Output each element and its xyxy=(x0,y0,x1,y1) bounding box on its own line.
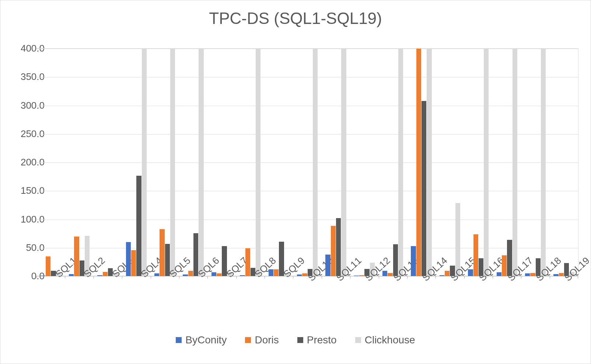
legend-item-presto: Presto xyxy=(297,334,337,346)
bar-group: SQL17 xyxy=(493,49,521,276)
bar-clickhouse xyxy=(398,49,403,276)
bar-clickhouse xyxy=(513,49,517,276)
x-axis-line xyxy=(36,276,578,276)
x-tick xyxy=(578,276,578,279)
bars xyxy=(183,49,204,276)
bar-group: SQL4 xyxy=(122,49,150,276)
bar-clickhouse xyxy=(256,49,260,276)
legend-swatch xyxy=(355,337,361,343)
bar-doris xyxy=(74,237,79,276)
bar-group: SQL14 xyxy=(407,49,436,276)
bar-doris xyxy=(416,49,421,276)
bar-doris xyxy=(331,226,336,277)
bar-clickhouse xyxy=(484,49,489,276)
bar-group: SQL10 xyxy=(293,49,321,276)
legend: ByConityDorisPrestoClickhouse xyxy=(0,334,591,346)
bar-group: SQL6 xyxy=(179,49,207,276)
bar-group: SQL5 xyxy=(151,49,179,276)
bar-byconity xyxy=(468,269,473,276)
x-tick xyxy=(179,276,179,279)
bar-group: SQL12 xyxy=(350,49,378,276)
bar-doris xyxy=(131,250,136,276)
x-tick xyxy=(322,276,322,279)
x-tick xyxy=(65,276,65,279)
x-tick xyxy=(436,276,436,279)
x-tick xyxy=(122,276,122,279)
bar-clickhouse xyxy=(142,49,147,276)
bars xyxy=(268,49,289,276)
bars xyxy=(97,49,118,276)
bar-byconity xyxy=(269,269,273,276)
bar-byconity xyxy=(325,255,330,276)
bar-presto xyxy=(136,176,141,276)
bars xyxy=(468,49,489,276)
bar-group: SQL18 xyxy=(521,49,549,276)
bar-group: SQL13 xyxy=(379,49,407,276)
bar-clickhouse xyxy=(170,49,175,276)
x-tick xyxy=(293,276,293,279)
bar-clickhouse xyxy=(199,49,203,276)
x-tick xyxy=(379,276,379,279)
bar-group: SQL11 xyxy=(322,49,350,276)
x-tick xyxy=(407,276,408,279)
bars xyxy=(40,49,61,276)
x-tick xyxy=(493,276,493,279)
bar-byconity xyxy=(411,246,416,276)
bar-clickhouse xyxy=(541,49,546,276)
legend-label: Doris xyxy=(255,334,279,346)
legend-item-clickhouse: Clickhouse xyxy=(355,334,415,346)
legend-swatch xyxy=(297,337,303,343)
bar-groups: SQL1SQL2SQL3SQL4SQL5SQL6SQL7SQL8SQL9SQL1… xyxy=(36,49,578,276)
x-tick xyxy=(265,276,265,279)
bar-doris xyxy=(46,256,50,276)
legend-swatch xyxy=(245,337,251,343)
legend-label: Presto xyxy=(307,334,337,346)
x-tick xyxy=(94,276,94,279)
bars xyxy=(382,49,403,276)
bar-group: SQL2 xyxy=(65,49,93,276)
bar-group: SQL19 xyxy=(550,49,578,276)
bar-group: SQL7 xyxy=(207,49,236,276)
bars xyxy=(354,49,375,276)
legend-label: Clickhouse xyxy=(365,334,415,346)
x-tick xyxy=(464,276,465,279)
bars xyxy=(411,49,432,276)
chart-container: TPC-DS (SQL1-SQL19) 0.050.0100.0150.0200… xyxy=(0,0,591,364)
bars xyxy=(154,49,175,276)
bar-group: SQL16 xyxy=(464,49,493,276)
x-tick xyxy=(36,276,37,279)
bar-clickhouse xyxy=(341,49,346,276)
chart-title: TPC-DS (SQL1-SQL19) xyxy=(0,9,591,28)
x-tick xyxy=(350,276,350,279)
legend-item-doris: Doris xyxy=(245,334,279,346)
bars xyxy=(211,49,232,276)
bar-clickhouse xyxy=(427,49,431,276)
bars xyxy=(126,49,147,276)
bar-doris xyxy=(502,255,507,276)
bars xyxy=(439,49,460,276)
bar-group: SQL15 xyxy=(436,49,464,276)
bar-byconity xyxy=(126,242,131,276)
x-tick xyxy=(207,276,208,279)
x-tick xyxy=(236,276,237,279)
bars xyxy=(240,49,261,276)
bar-presto xyxy=(336,218,341,276)
x-tick xyxy=(550,276,550,279)
bar-doris xyxy=(160,229,164,276)
bar-doris xyxy=(245,248,250,276)
bars xyxy=(325,49,346,276)
bar-byconity xyxy=(382,271,387,276)
plot-area: SQL1SQL2SQL3SQL4SQL5SQL6SQL7SQL8SQL9SQL1… xyxy=(36,48,578,276)
bar-group: SQL8 xyxy=(236,49,265,276)
bars xyxy=(297,49,318,276)
bar-group: SQL3 xyxy=(94,49,122,276)
bar-group: SQL9 xyxy=(265,49,293,276)
bars xyxy=(553,49,574,276)
bar-group: SQL1 xyxy=(36,49,65,276)
x-tick xyxy=(521,276,521,279)
bar-doris xyxy=(473,234,478,276)
bars xyxy=(496,49,517,276)
x-tick xyxy=(151,276,151,279)
legend-label: ByConity xyxy=(185,334,227,346)
bars xyxy=(525,49,546,276)
